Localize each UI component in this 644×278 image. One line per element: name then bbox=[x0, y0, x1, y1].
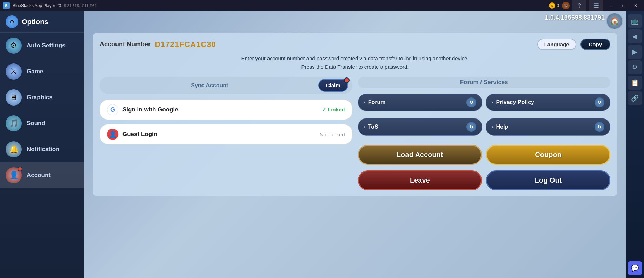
main-layout: ⚙ Options ⚙ Auto Settings ⚔ Game 🖥 Graph… bbox=[0, 11, 644, 278]
guest-login-status: Not Linked bbox=[320, 131, 345, 137]
help-icon[interactable]: ? bbox=[572, 0, 586, 13]
leave-button[interactable]: Leave bbox=[358, 170, 482, 190]
privacy-arrow-icon: ↻ bbox=[595, 97, 604, 107]
forum-privacy-row: • Forum ↻ • Privacy Policy ↻ bbox=[358, 94, 611, 115]
right-sidebar-btn-3[interactable]: ▶ bbox=[628, 45, 642, 59]
google-login-label: Sign in with Google bbox=[122, 106, 178, 113]
notification-label: Notification bbox=[27, 146, 60, 153]
sidebar-item-game[interactable]: ⚔ Game bbox=[0, 59, 84, 84]
close-button[interactable]: ✕ bbox=[630, 2, 641, 9]
sync-account-tab[interactable]: Sync Account bbox=[104, 80, 316, 91]
sidebar-title: Options bbox=[22, 18, 48, 26]
sidebar-item-account[interactable]: 👤 Account bbox=[0, 162, 84, 188]
account-number-row: Account Number D1721FCA1C30 Language Cop… bbox=[100, 39, 610, 50]
forum-services-label: Forum / Services bbox=[362, 79, 606, 86]
sidebar-header: ⚙ Options bbox=[0, 11, 84, 33]
auto-settings-label: Auto Settings bbox=[27, 42, 66, 49]
description-line1: Enter your account number and password c… bbox=[241, 55, 469, 61]
app-version: 5.21.615.1011 P64 bbox=[64, 4, 97, 8]
notification-icon: 🔔 bbox=[6, 141, 22, 157]
titlebar-right: $ 0 🐻 ? ☰ — □ ✕ bbox=[549, 0, 641, 13]
maximize-button[interactable]: □ bbox=[618, 2, 629, 9]
right-sidebar-btn-2[interactable]: ◀ bbox=[628, 29, 642, 43]
two-col-layout: Sync Account Claim G Sign in with Google… bbox=[100, 77, 610, 190]
account-badge bbox=[18, 167, 22, 171]
forum-arrow-icon: ↻ bbox=[466, 97, 476, 107]
account-number-value: D1721FCA1C30 bbox=[155, 40, 216, 49]
right-sidebar-btn-4[interactable]: ⚙ bbox=[628, 60, 642, 74]
right-column: Forum / Services • Forum ↻ bbox=[358, 77, 611, 190]
right-sidebar-btn-1[interactable]: 📺 bbox=[628, 14, 642, 28]
game-label: Game bbox=[27, 68, 43, 75]
title-bar: B BlueStacks App Player 23 5.21.615.1011… bbox=[0, 0, 644, 11]
minimize-button[interactable]: — bbox=[606, 2, 617, 9]
load-account-button[interactable]: Load Account bbox=[358, 145, 482, 165]
sidebar-item-graphics[interactable]: 🖥 Graphics bbox=[0, 84, 84, 110]
graphics-icon: 🖥 bbox=[6, 89, 22, 106]
guest-icon: 👤 bbox=[107, 129, 118, 140]
privacy-policy-button[interactable]: • Privacy Policy ↻ bbox=[486, 94, 610, 111]
coin-count: 0 bbox=[557, 3, 559, 8]
google-logo: G bbox=[107, 104, 118, 115]
help-btn-container: • Help ↻ bbox=[486, 118, 610, 139]
action-row-1: Load Account Coupon bbox=[358, 145, 611, 165]
guest-login-label: Guest Login bbox=[122, 131, 157, 138]
google-login-button[interactable]: G Sign in with Google ✓ Linked bbox=[100, 100, 352, 120]
coupon-button[interactable]: Coupon bbox=[486, 145, 610, 165]
guest-login-button[interactable]: 👤 Guest Login Not Linked bbox=[100, 124, 352, 144]
action-row-2: Leave Log Out bbox=[358, 170, 611, 190]
claim-button[interactable]: Claim bbox=[318, 79, 348, 92]
game-icon: ⚔ bbox=[6, 63, 22, 80]
tos-btn-container: • ToS ↻ bbox=[358, 118, 483, 139]
main-panel: Account Number D1721FCA1C30 Language Cop… bbox=[93, 33, 617, 196]
sidebar: ⚙ Options ⚙ Auto Settings ⚔ Game 🖥 Graph… bbox=[0, 11, 84, 278]
coin-icon: $ bbox=[549, 2, 555, 9]
forum-services-tab-row: Forum / Services bbox=[358, 77, 611, 88]
sidebar-item-notification[interactable]: 🔔 Notification bbox=[0, 136, 84, 162]
right-sidebar: 📺 ◀ ▶ ⚙ 📋 🔗 💬 bbox=[626, 11, 644, 278]
forum-btn-container: • Forum ↻ bbox=[358, 94, 483, 115]
help-arrow-icon: ↻ bbox=[595, 122, 604, 132]
description-text: Enter your account number and password c… bbox=[100, 54, 610, 71]
menu-icon[interactable]: ☰ bbox=[589, 0, 603, 13]
right-sidebar-btn-5[interactable]: 📋 bbox=[628, 76, 642, 90]
logout-button[interactable]: Log Out bbox=[486, 170, 610, 190]
auto-settings-icon: ⚙ bbox=[6, 38, 22, 54]
content-area: 1.0.4.155698.831791 🏠 Account Number D17… bbox=[84, 11, 626, 278]
window-controls: — □ ✕ bbox=[606, 2, 641, 9]
sidebar-item-auto-settings[interactable]: ⚙ Auto Settings bbox=[0, 33, 84, 59]
coin-display: $ 0 bbox=[549, 2, 559, 9]
sync-account-tab-row: Sync Account Claim bbox=[100, 77, 352, 94]
account-number-label: Account Number bbox=[100, 41, 151, 48]
language-button[interactable]: Language bbox=[537, 39, 576, 50]
sound-icon: 🎵 bbox=[6, 115, 22, 131]
copy-button[interactable]: Copy bbox=[580, 39, 611, 50]
graphics-label: Graphics bbox=[27, 94, 53, 101]
left-column: Sync Account Claim G Sign in with Google… bbox=[100, 77, 352, 190]
privacy-btn-container: • Privacy Policy ↻ bbox=[486, 94, 610, 115]
sidebar-item-sound[interactable]: 🎵 Sound bbox=[0, 110, 84, 136]
app-title: BlueStacks App Player 23 bbox=[13, 3, 61, 8]
forum-button[interactable]: • Forum ↻ bbox=[358, 94, 483, 111]
right-sidebar-btn-6[interactable]: 🔗 bbox=[628, 91, 642, 105]
claim-badge bbox=[344, 77, 350, 83]
help-button[interactable]: • Help ↻ bbox=[486, 118, 610, 136]
sidebar-logo: ⚙ bbox=[6, 15, 18, 28]
tos-arrow-icon: ↻ bbox=[466, 122, 476, 132]
tos-button[interactable]: • ToS ↻ bbox=[358, 118, 483, 136]
home-button[interactable]: 🏠 bbox=[606, 13, 623, 29]
discord-button[interactable]: 💬 bbox=[628, 261, 642, 275]
account-icon: 👤 bbox=[6, 167, 22, 183]
account-label: Account bbox=[27, 172, 51, 179]
tos-help-row: • ToS ↻ • Help ↻ bbox=[358, 118, 611, 139]
google-login-status: ✓ Linked bbox=[322, 107, 345, 113]
description-line2: Press the Data Transfer to create a pass… bbox=[301, 64, 409, 70]
app-logo: B bbox=[3, 2, 10, 9]
sound-label: Sound bbox=[27, 120, 45, 127]
bear-icon[interactable]: 🐻 bbox=[562, 2, 570, 9]
version-display: 1.0.4.155698.831791 bbox=[545, 14, 605, 21]
